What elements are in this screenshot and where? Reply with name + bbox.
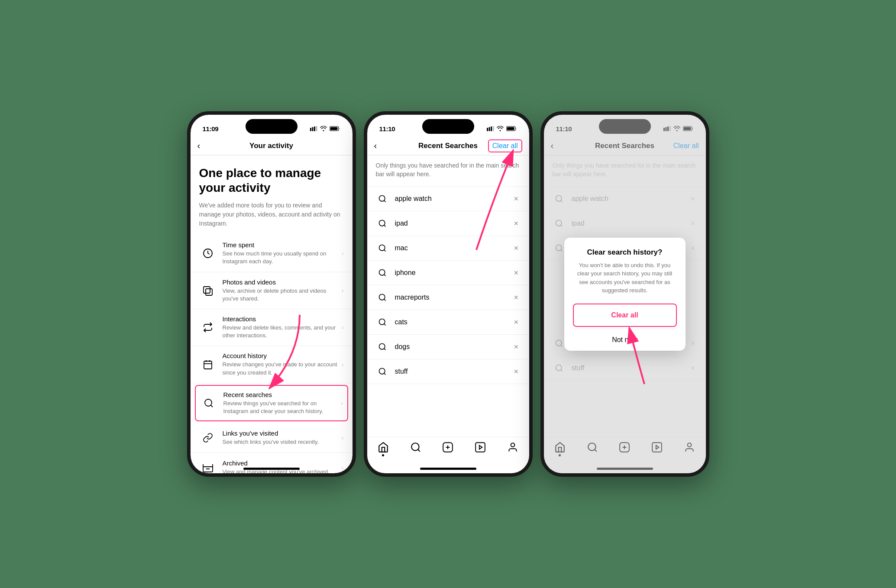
activity-item-archived[interactable]: Archived View and manage content you've … — [191, 453, 353, 473]
svg-rect-2 — [314, 126, 315, 131]
svg-line-30 — [384, 275, 385, 276]
search-item-0[interactable]: apple watch ✕ — [367, 187, 529, 211]
chevron-icon-3: › — [342, 324, 344, 331]
back-button-1[interactable]: ‹ — [197, 141, 201, 151]
hero-desc: We've added more tools for you to review… — [199, 201, 344, 228]
account-title: Account history — [223, 352, 338, 359]
close-icon-4[interactable]: ✕ — [512, 294, 521, 301]
close-icon-0[interactable]: ✕ — [512, 195, 521, 202]
search-item-7[interactable]: stuff ✕ — [367, 359, 529, 384]
tab-profile-2[interactable] — [507, 442, 518, 453]
active-tab-dot — [382, 454, 384, 456]
home-indicator-1 — [243, 468, 300, 470]
svg-rect-1 — [312, 127, 313, 132]
search-item-5[interactable]: cats ✕ — [367, 310, 529, 335]
search-icon-4 — [376, 291, 389, 304]
tab-search-2[interactable] — [410, 442, 421, 453]
chevron-icon: › — [342, 250, 344, 257]
tab-home-2[interactable] — [378, 442, 389, 456]
search-item-1[interactable]: ipad ✕ — [367, 211, 529, 236]
svg-rect-0 — [310, 128, 311, 131]
search-icon-container — [200, 394, 217, 412]
svg-rect-7 — [204, 287, 210, 293]
back-button-2[interactable]: ‹ — [374, 141, 377, 151]
dynamic-island — [246, 119, 298, 134]
svg-point-35 — [379, 344, 385, 349]
activity-item-links[interactable]: Links you've visited See which links you… — [191, 423, 353, 453]
svg-point-31 — [379, 294, 385, 300]
search-icon-5 — [376, 316, 389, 329]
svg-line-26 — [384, 225, 385, 227]
account-desc: Review changes you've made to your accou… — [223, 361, 338, 376]
activity-item-recent-searches[interactable]: Recent searches Review things you've sea… — [195, 385, 348, 421]
modal-not-now-label: Not now — [612, 336, 637, 344]
chevron-icon-6: › — [342, 434, 344, 441]
links-desc: See which links you've visited recently. — [223, 438, 338, 446]
chevron-icon-5: › — [341, 400, 343, 407]
page-title-2: Recent Searches — [418, 142, 478, 150]
svg-rect-3 — [316, 126, 317, 131]
activity-text-archived: Archived View and manage content you've … — [223, 459, 338, 473]
link-icon — [203, 433, 213, 443]
nav-bar-1: ‹ Your activity — [191, 136, 353, 155]
search-term-6: dogs — [395, 343, 512, 351]
chevron-icon-2: › — [342, 287, 344, 294]
activity-text-links: Links you've visited See which links you… — [223, 430, 338, 446]
chevron-icon-4: › — [342, 361, 344, 368]
svg-point-46 — [511, 443, 515, 447]
activity-list: Time spent See how much time you usually… — [191, 235, 353, 473]
photos-icon — [203, 285, 213, 296]
modal-title: Clear search history? — [573, 248, 677, 257]
svg-line-40 — [418, 449, 420, 452]
interactions-desc: Review and delete likes, comments, and y… — [223, 324, 338, 339]
close-icon-5[interactable]: ✕ — [512, 319, 521, 326]
search-item-6[interactable]: dogs ✕ — [367, 335, 529, 359]
time-title: Time spent — [223, 241, 338, 249]
battery-icon-2 — [506, 126, 517, 131]
search-term-7: stuff — [395, 368, 512, 375]
search-icon-0 — [376, 192, 389, 205]
clock-icon-container — [199, 245, 217, 262]
calendar-icon — [203, 359, 213, 370]
modal-not-now-button[interactable]: Not now — [573, 329, 677, 351]
search-tab-icon — [410, 442, 421, 453]
recent-title: Recent searches — [223, 391, 337, 398]
svg-line-32 — [384, 299, 385, 301]
page-title-1: Your activity — [249, 142, 293, 150]
close-icon-3[interactable]: ✕ — [512, 269, 521, 276]
activity-item-photos[interactable]: Photos and videos View, archive or delet… — [191, 272, 353, 309]
search-term-1: ipad — [395, 220, 512, 227]
tab-add-2[interactable] — [442, 442, 453, 453]
search-icon — [204, 398, 214, 408]
svg-rect-8 — [206, 289, 212, 295]
svg-line-38 — [384, 373, 385, 375]
home-icon — [378, 442, 389, 453]
activity-text-account: Account history Review changes you've ma… — [223, 352, 338, 376]
photos-desc: View, archive or delete photos and video… — [223, 287, 338, 303]
search-icon-3 — [376, 266, 389, 279]
activity-item-account[interactable]: Account history Review changes you've ma… — [191, 346, 353, 383]
close-icon-6[interactable]: ✕ — [512, 343, 521, 350]
tab-reels-2[interactable] — [475, 442, 486, 453]
close-icon-1[interactable]: ✕ — [512, 220, 521, 227]
hero-title: One place to manage your activity — [199, 166, 344, 195]
search-item-2[interactable]: mac ✕ — [367, 236, 529, 261]
svg-rect-17 — [487, 128, 488, 131]
svg-point-27 — [379, 245, 385, 251]
close-icon-2[interactable]: ✕ — [512, 245, 521, 252]
svg-rect-19 — [491, 126, 492, 131]
search-list-2: apple watch ✕ ipad ✕ mac — [367, 187, 529, 384]
archive-icon-container — [199, 459, 217, 473]
modal-clear-button[interactable]: Clear all — [573, 304, 677, 327]
activity-item-time[interactable]: Time spent See how much time you usually… — [191, 235, 353, 272]
search-term-0: apple watch — [395, 195, 512, 203]
search-hint-2: Only things you have searched for in the… — [367, 155, 529, 187]
clear-all-button-2[interactable]: Clear all — [488, 139, 522, 152]
search-icon-6 — [376, 340, 389, 353]
search-item-4[interactable]: macreports ✕ — [367, 285, 529, 310]
modal-overlay: Clear search history? You won't be able … — [544, 115, 706, 473]
activity-item-interactions[interactable]: Interactions Review and delete likes, co… — [191, 309, 353, 346]
search-item-3[interactable]: iphone ✕ — [367, 261, 529, 285]
search-icon-1 — [376, 217, 389, 230]
close-icon-7[interactable]: ✕ — [512, 368, 521, 375]
